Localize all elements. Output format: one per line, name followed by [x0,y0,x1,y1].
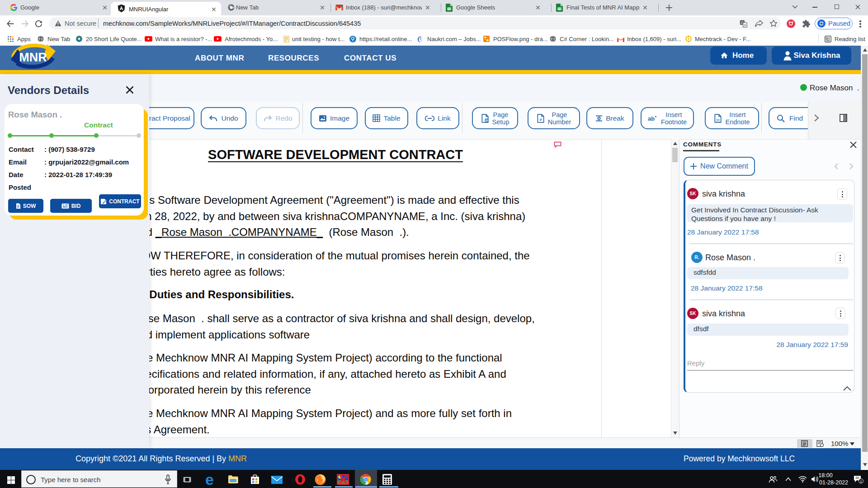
svg-text:#: # [539,117,542,122]
svg-text:ab: ab [648,115,655,122]
svg-text:[ii]: [ii] [717,118,720,122]
svg-text:A: A [744,23,746,27]
svg-text:MNR: MNR [19,51,47,64]
